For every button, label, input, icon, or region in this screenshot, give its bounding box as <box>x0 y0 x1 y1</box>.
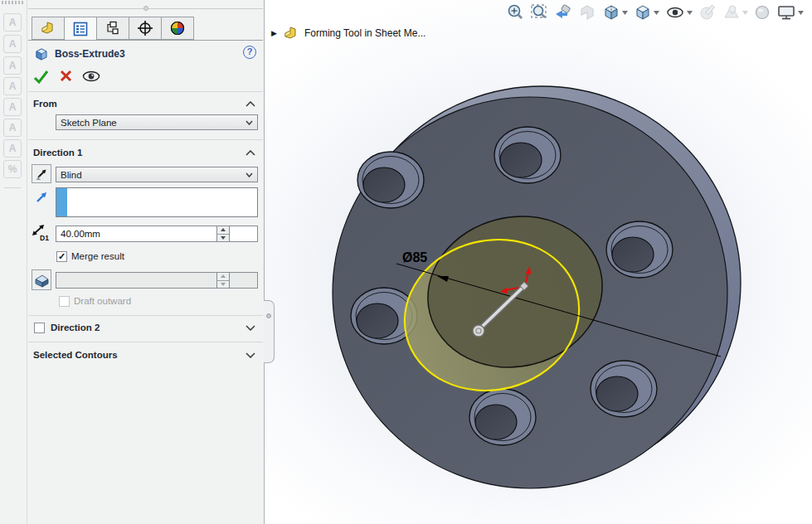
eye-icon <box>665 3 685 22</box>
view-settings-button[interactable] <box>752 2 772 22</box>
chevron-down-icon <box>798 11 804 15</box>
section-divider <box>28 342 263 342</box>
zoom-to-area-icon <box>530 3 548 22</box>
display-style-button[interactable] <box>632 2 661 22</box>
selected-contours-header[interactable]: Selected Contours <box>33 350 118 360</box>
hide-show-items-button[interactable] <box>664 2 694 22</box>
part-icon <box>40 21 56 36</box>
from-header[interactable]: From <box>33 99 57 109</box>
property-list-icon <box>73 22 88 36</box>
explode-block-icon[interactable] <box>3 139 22 158</box>
help-button[interactable]: ? <box>243 46 256 59</box>
toolbar-grip[interactable] <box>2 1 23 4</box>
feature-title-row: Boss-Extrude3 ? <box>34 46 260 62</box>
bolt-hole[interactable] <box>606 221 673 278</box>
tab-dimxpertmanager[interactable] <box>129 17 162 40</box>
edit-appearance-button <box>697 2 718 22</box>
expand-chevron-down-icon[interactable] <box>246 325 255 331</box>
start-condition-value: Sketch Plane <box>61 118 117 128</box>
property-manager-panel: Boss-Extrude3 ? <box>27 0 264 524</box>
merge-result-checkbox[interactable] <box>56 251 67 262</box>
edit-appearance-icon <box>698 3 717 22</box>
reverse-direction-button[interactable] <box>32 164 51 183</box>
add-remove-entities-icon[interactable] <box>3 77 22 95</box>
chevron-down-icon <box>622 11 628 15</box>
depth-d1-icon: D1 <box>31 224 52 242</box>
panel-splitter-grip[interactable] <box>143 6 148 11</box>
start-condition-select[interactable]: Sketch Plane <box>56 114 258 130</box>
draft-outward-checkbox <box>59 296 70 307</box>
chevron-down-icon <box>246 172 253 177</box>
view-orientation-button[interactable] <box>600 2 630 22</box>
depth-spinner[interactable] <box>216 226 230 242</box>
chevron-down-icon <box>742 11 748 15</box>
model-3d-view[interactable]: Ø85 <box>265 0 812 524</box>
tab-propertymanager[interactable] <box>64 17 97 41</box>
direction1-header[interactable]: Direction 1 <box>33 148 82 158</box>
section-divider <box>28 139 263 140</box>
display-sphere-icon <box>170 21 185 36</box>
zoom-to-area-button[interactable] <box>528 2 550 22</box>
breadcrumb-label[interactable]: Forming Tool in Sheet Me... <box>304 27 426 39</box>
rebuild-blocks-icon[interactable] <box>3 98 22 116</box>
direction-reference-icon <box>34 190 49 205</box>
tab-configurationmanager[interactable] <box>96 17 129 40</box>
chevron-down-icon <box>654 11 659 15</box>
expand-chevron-down-icon[interactable] <box>246 352 255 358</box>
previous-view-icon <box>554 3 572 22</box>
view-orientation-icon <box>602 3 620 22</box>
edit-block-icon[interactable] <box>3 35 22 53</box>
direction2-checkbox[interactable] <box>34 323 45 333</box>
pm-action-buttons <box>32 68 100 85</box>
previous-view-button[interactable] <box>552 2 574 22</box>
part-icon <box>283 26 299 41</box>
bolt-hole[interactable] <box>357 152 424 208</box>
graphics-area[interactable]: Ø85 ▶ Forming Tool in S <box>265 0 812 524</box>
make-block-icon[interactable] <box>3 13 22 32</box>
cancel-button[interactable] <box>57 69 75 84</box>
draft-button[interactable] <box>32 269 51 290</box>
tab-displaymanager[interactable] <box>161 17 194 40</box>
collapse-chevron-up-icon[interactable] <box>246 150 255 156</box>
chevron-down-icon <box>687 11 693 15</box>
preview-button[interactable] <box>82 69 100 84</box>
section-view-icon <box>578 3 596 22</box>
monitor-icon <box>776 3 796 22</box>
end-condition-select[interactable]: Blind <box>56 167 258 182</box>
direction-reference-box[interactable] <box>56 187 258 217</box>
display-style-icon <box>634 3 652 22</box>
reverse-direction-icon <box>34 167 49 182</box>
breadcrumb-expander-icon[interactable]: ▶ <box>271 29 277 37</box>
panel-splitter-handle[interactable] <box>264 300 275 363</box>
saves-block-icon[interactable] <box>3 119 22 137</box>
zoom-to-fit-button[interactable] <box>504 2 526 22</box>
merge-result-label: Merge result <box>71 251 124 261</box>
dimension-label[interactable]: Ø85 <box>402 250 427 264</box>
dimxpert-target-icon <box>137 20 153 36</box>
bolt-hole[interactable] <box>469 389 536 445</box>
bolt-hole[interactable] <box>494 127 561 183</box>
manager-tabs <box>32 17 193 41</box>
draft-icon <box>33 273 50 288</box>
cancel-x-icon <box>60 70 73 83</box>
selection-highlight-stripe <box>56 188 67 216</box>
belt-chain-icon[interactable] <box>3 160 22 178</box>
breadcrumb: ▶ Forming Tool in Sheet Me... <box>271 26 425 41</box>
direction2-header[interactable]: Direction 2 <box>51 323 100 332</box>
section-view-button <box>576 2 598 22</box>
apply-scene-icon <box>722 3 741 22</box>
chevron-down-icon <box>246 120 253 125</box>
bolt-hole[interactable] <box>591 361 657 417</box>
view-settings-sphere-icon <box>754 4 771 21</box>
tab-featuremanager[interactable] <box>32 17 65 40</box>
configuration-icon <box>105 21 120 36</box>
ok-button[interactable] <box>32 69 51 84</box>
boss-extrude-icon <box>34 46 49 61</box>
blocks-toolbar <box>0 0 27 524</box>
display-monitor-button[interactable] <box>775 2 805 22</box>
draft-outward-label: Draft outward <box>74 296 131 306</box>
collapse-chevron-up-icon[interactable] <box>246 101 255 107</box>
feature-title: Boss-Extrude3 <box>55 48 125 60</box>
insert-block-icon[interactable] <box>3 56 22 75</box>
section-divider <box>28 315 263 316</box>
